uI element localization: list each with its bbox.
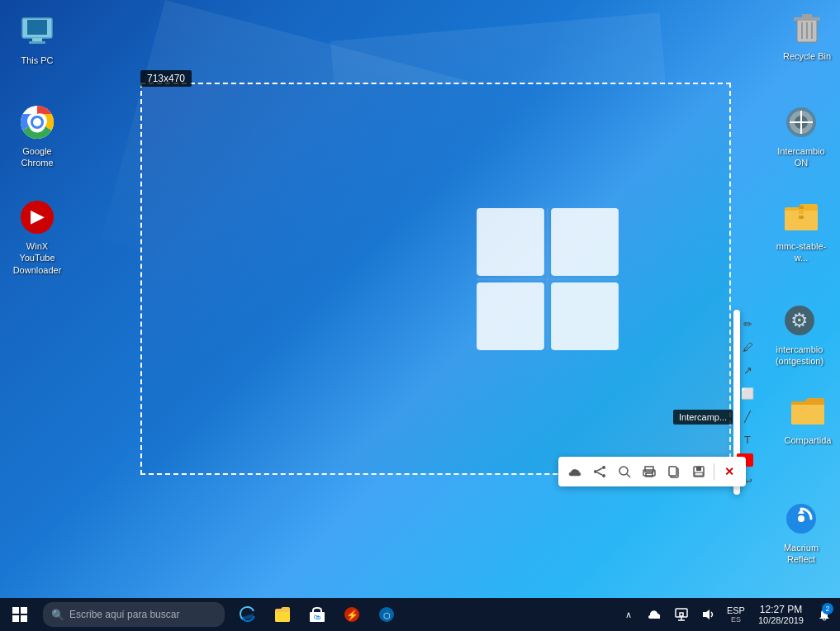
desktop-icon-intercambio-ont[interactable]: ⚙ intercambio (ontgestion) xyxy=(766,297,833,371)
taskbar-pinned-icons: 🛍 ⚡ ⬡ xyxy=(231,598,403,631)
dimension-label: 713x470 xyxy=(140,70,192,87)
print-button[interactable] xyxy=(638,460,661,483)
desktop-icon-compartida[interactable]: Compartida xyxy=(775,388,840,449)
svg-rect-22 xyxy=(799,211,804,214)
svg-rect-21 xyxy=(799,206,804,209)
svg-rect-46 xyxy=(669,467,676,476)
search-icon: 🔍 xyxy=(51,609,64,621)
svg-rect-52 xyxy=(12,615,19,622)
taskbar: 🔍 🛍 xyxy=(0,598,840,631)
taskbar-icon-red[interactable]: ⚡ xyxy=(335,598,368,631)
context-hint: Intercamp... xyxy=(673,410,733,425)
svg-point-44 xyxy=(652,472,653,473)
start-button[interactable] xyxy=(0,598,40,631)
svg-text:⬡: ⬡ xyxy=(383,611,391,620)
desktop-icon-mmc[interactable]: mmc-stable-w... xyxy=(768,194,834,268)
desktop-icon-this-pc[interactable]: This PC xyxy=(4,8,70,69)
folder-shared-icon xyxy=(788,391,828,431)
svg-rect-3 xyxy=(29,41,45,44)
taskbar-search[interactable]: 🔍 xyxy=(43,602,225,627)
svg-rect-23 xyxy=(799,216,804,219)
svg-point-34 xyxy=(602,466,605,469)
line-tool-button[interactable]: ╱ xyxy=(737,406,758,427)
youtube-icon: ▶ xyxy=(17,197,57,237)
svg-rect-12 xyxy=(802,14,812,18)
tray-volume[interactable] xyxy=(695,598,720,631)
pencil-tool-button[interactable]: ✏ xyxy=(737,313,758,334)
taskbar-icon-explorer[interactable] xyxy=(266,598,299,631)
notification-button[interactable]: 2 xyxy=(812,598,837,631)
search-input[interactable] xyxy=(69,609,202,620)
text-tool-button[interactable]: T xyxy=(737,429,758,450)
svg-text:⚡: ⚡ xyxy=(346,609,358,621)
svg-text:⚙: ⚙ xyxy=(790,309,809,331)
notification-badge: 2 xyxy=(822,603,833,614)
language-indicator[interactable]: ESP ES xyxy=(722,605,750,624)
chrome-icon xyxy=(17,102,57,142)
svg-rect-50 xyxy=(12,607,19,614)
macrium-icon xyxy=(781,499,821,538)
svg-point-39 xyxy=(619,467,628,475)
folder-zip-icon xyxy=(781,197,821,237)
svg-rect-43 xyxy=(646,473,653,477)
svg-rect-29 xyxy=(551,208,619,276)
svg-point-36 xyxy=(602,474,605,477)
svg-line-40 xyxy=(627,474,630,477)
save-button[interactable] xyxy=(687,460,710,483)
share-button[interactable] xyxy=(588,460,611,483)
intercambio-ont-icon: ⚙ xyxy=(780,301,819,340)
desktop-icon-chrome[interactable]: Google Chrome xyxy=(4,99,70,173)
svg-line-37 xyxy=(597,468,602,471)
screenshot-toolbar[interactable]: ✕ xyxy=(558,457,746,486)
taskbar-icon-store[interactable]: 🛍 xyxy=(301,598,334,631)
tray-chevron[interactable]: ∧ xyxy=(616,598,641,631)
svg-marker-64 xyxy=(703,610,709,619)
svg-text:🛍: 🛍 xyxy=(314,614,320,621)
svg-text:▶: ▶ xyxy=(31,206,45,226)
svg-rect-51 xyxy=(21,607,27,614)
svg-point-27 xyxy=(798,515,804,522)
copy-button[interactable] xyxy=(662,460,686,483)
svg-rect-30 xyxy=(477,282,544,350)
desktop-icon-winx-youtube[interactable]: ▶ WinX YouTube Downloader xyxy=(4,194,70,279)
svg-point-35 xyxy=(594,470,597,473)
search-cloud-button[interactable] xyxy=(613,460,636,483)
intercambio-on-icon xyxy=(781,102,821,142)
screenshot-selection xyxy=(140,83,731,475)
svg-rect-2 xyxy=(32,38,42,41)
svg-line-38 xyxy=(597,472,602,475)
desktop-icon-recycle-bin[interactable]: Recycle Bin xyxy=(774,4,840,65)
svg-rect-31 xyxy=(551,282,619,350)
svg-rect-1 xyxy=(27,20,47,35)
tray-cloud[interactable] xyxy=(643,598,667,631)
taskbar-tray: ∧ ESP ES 12:27 PM 10/28/2 xyxy=(616,598,840,631)
svg-rect-53 xyxy=(21,615,27,622)
svg-point-7 xyxy=(33,118,41,126)
cloud-button[interactable] xyxy=(563,460,586,483)
recycle-bin-icon xyxy=(787,7,827,47)
taskbar-icon-edge[interactable] xyxy=(231,598,264,631)
clock[interactable]: 12:27 PM 10/28/2019 xyxy=(752,598,810,631)
svg-rect-41 xyxy=(645,467,653,472)
svg-rect-48 xyxy=(696,467,701,471)
arrow-tool-button[interactable]: ↗ xyxy=(737,359,758,381)
close-button[interactable]: ✕ xyxy=(718,460,741,483)
svg-rect-28 xyxy=(477,208,544,276)
windows-logo xyxy=(473,205,622,353)
desktop-icon-intercambio-on[interactable]: Intercambio ON xyxy=(768,99,834,173)
screenshot-content xyxy=(142,84,729,473)
svg-rect-49 xyxy=(695,472,703,476)
tray-network[interactable] xyxy=(669,598,694,631)
desktop: This PC Google Chrome ▶ WinX YouTube Dow… xyxy=(0,0,840,598)
desktop-icon-macrium[interactable]: Macrium Reflect xyxy=(768,496,834,569)
rect-tool-button[interactable]: ⬜ xyxy=(737,382,758,404)
pen-tool-button[interactable]: 🖊 xyxy=(737,336,758,358)
svg-rect-60 xyxy=(680,613,683,616)
this-pc-icon xyxy=(17,12,57,51)
taskbar-icon-blue[interactable]: ⬡ xyxy=(370,598,403,631)
toolbar-divider xyxy=(714,463,714,480)
